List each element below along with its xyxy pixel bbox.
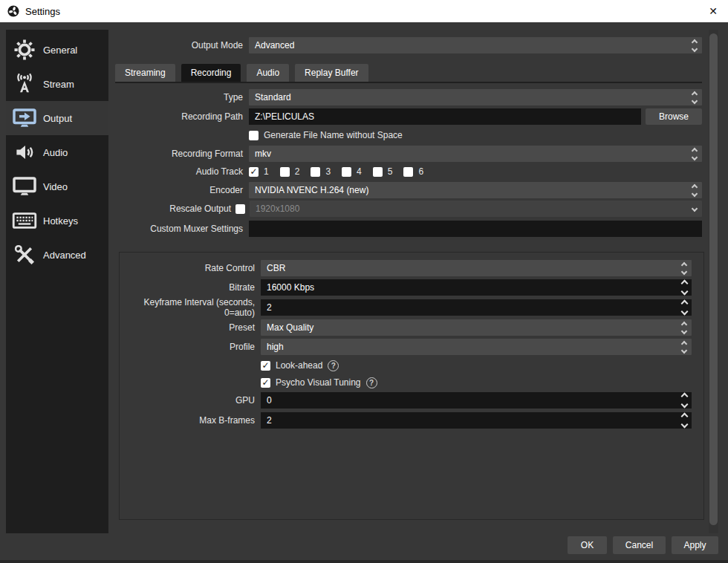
rescale-checkbox[interactable]: [235, 204, 245, 214]
spinner-arrows-icon[interactable]: [682, 392, 687, 409]
look-ahead-checkbox[interactable]: [261, 361, 270, 371]
spinner-arrows-icon[interactable]: [682, 299, 687, 316]
rate-control-label: Rate Control: [123, 263, 261, 273]
tab-streaming[interactable]: Streaming: [115, 64, 175, 82]
audio-track-4-checkbox[interactable]: [342, 167, 351, 177]
audio-track-3: 3: [311, 166, 331, 177]
tab-separator: [115, 82, 702, 83]
rate-control-select[interactable]: CBR: [261, 260, 692, 276]
recording-path-input[interactable]: [249, 108, 641, 125]
speaker-icon: [12, 141, 37, 163]
broadcast-icon: [12, 73, 37, 95]
audio-track-2-checkbox[interactable]: [280, 167, 290, 177]
sidebar-item-label: Output: [43, 113, 72, 124]
titlebar: Settings ✕: [0, 0, 728, 22]
type-row: Type Standard: [115, 89, 702, 105]
tab-recording[interactable]: Recording: [181, 64, 241, 82]
audio-track-1-checkbox[interactable]: [249, 167, 259, 177]
profile-select[interactable]: high: [261, 339, 692, 355]
ok-button[interactable]: OK: [568, 536, 607, 554]
settings-sidebar: General Stream Output: [6, 30, 108, 533]
apply-button[interactable]: Apply: [672, 536, 718, 554]
output-mode-select[interactable]: Advanced: [249, 37, 702, 53]
chevron-updown-icon: [692, 146, 697, 162]
bitrate-spinbox[interactable]: 16000 Kbps: [261, 279, 692, 296]
sidebar-item-hotkeys[interactable]: Hotkeys: [6, 204, 108, 238]
no-space-checkbox[interactable]: [249, 131, 259, 140]
bitrate-row: Bitrate 16000 Kbps: [123, 279, 692, 296]
gpu-row: GPU 0: [123, 392, 692, 409]
recording-format-select[interactable]: mkv: [249, 146, 702, 162]
audio-track-5-checkbox[interactable]: [373, 167, 383, 177]
type-select[interactable]: Standard: [249, 89, 702, 105]
sidebar-item-advanced[interactable]: Advanced: [6, 238, 108, 272]
sidebar-item-label: Advanced: [43, 250, 86, 261]
encoder-label: Encoder: [115, 185, 249, 195]
muxer-row: Custom Muxer Settings: [115, 221, 702, 237]
psycho-visual-checkbox[interactable]: [261, 378, 270, 388]
keyframe-spinbox[interactable]: 2: [261, 299, 692, 316]
audio-track-6-checkbox[interactable]: [403, 167, 413, 177]
max-bframes-spinbox[interactable]: 2: [261, 412, 692, 429]
preset-label: Preset: [123, 322, 261, 333]
close-icon[interactable]: ✕: [709, 5, 718, 17]
gear-icon: [12, 39, 37, 61]
monitor-icon: [12, 176, 37, 197]
dialog-footer: OK Cancel Apply: [568, 536, 718, 554]
recording-path-row: Recording Path Browse: [115, 108, 702, 125]
audio-track-1: 1: [249, 166, 269, 177]
sidebar-item-stream[interactable]: Stream: [6, 67, 108, 101]
tab-audio[interactable]: Audio: [247, 64, 289, 82]
bitrate-value: 16000 Kbps: [267, 282, 314, 293]
audio-track-2: 2: [280, 166, 300, 177]
rate-control-row: Rate Control CBR: [123, 260, 692, 276]
type-value: Standard: [255, 92, 291, 102]
chevron-updown-icon: [692, 37, 697, 53]
sidebar-item-video[interactable]: Video: [6, 169, 108, 204]
sidebar-item-label: General: [43, 45, 77, 56]
audio-track-row: Audio Track 1 2 3 4 5 6: [115, 165, 702, 178]
keyframe-row: Keyframe Interval (seconds, 0=auto) 2: [123, 299, 692, 316]
psycho-visual-label: Psycho Visual Tuning: [276, 377, 361, 388]
cancel-button[interactable]: Cancel: [613, 536, 666, 554]
tab-replay-buffer[interactable]: Replay Buffer: [295, 64, 368, 82]
vertical-scrollbar[interactable]: [709, 30, 718, 533]
audio-track-6: 6: [403, 166, 423, 177]
max-bframes-label: Max B-frames: [123, 415, 261, 426]
preset-row: Preset Max Quality: [123, 319, 692, 336]
rate-control-value: CBR: [267, 263, 285, 273]
recording-format-row: Recording Format mkv: [115, 146, 702, 162]
spinner-arrows-icon[interactable]: [682, 279, 687, 296]
recording-format-label: Recording Format: [115, 149, 249, 159]
spinner-arrows-icon[interactable]: [682, 412, 687, 429]
audio-track-3-checkbox[interactable]: [311, 167, 320, 177]
gpu-spinbox[interactable]: 0: [261, 392, 692, 409]
output-mode-row: Output Mode Advanced: [115, 37, 702, 53]
preset-value: Max Quality: [267, 322, 313, 333]
encoder-select[interactable]: NVIDIA NVENC H.264 (new): [249, 182, 702, 198]
keyboard-icon: [12, 211, 37, 230]
audio-track-5: 5: [373, 166, 393, 177]
preset-select[interactable]: Max Quality: [261, 319, 692, 336]
recording-format-value: mkv: [255, 149, 271, 159]
output-mode-label: Output Mode: [115, 40, 249, 51]
sidebar-item-audio[interactable]: Audio: [6, 135, 108, 169]
no-space-row: Generate File Name without Space: [115, 129, 702, 141]
rescale-select[interactable]: 1920x1080: [250, 201, 702, 217]
sidebar-item-label: Hotkeys: [43, 215, 78, 227]
help-icon[interactable]: ?: [366, 377, 377, 388]
chevron-updown-icon: [682, 339, 686, 355]
browse-button[interactable]: Browse: [646, 108, 702, 125]
psycho-visual-row: Psycho Visual Tuning ?: [123, 377, 692, 388]
obs-logo-icon: [7, 5, 19, 17]
sidebar-item-label: Video: [43, 181, 68, 192]
type-label: Type: [115, 92, 249, 102]
no-space-label: Generate File Name without Space: [264, 130, 403, 140]
help-icon[interactable]: ?: [328, 360, 339, 371]
scrollbar-handle[interactable]: [709, 33, 718, 525]
max-bframes-value: 2: [267, 415, 272, 426]
sidebar-item-output[interactable]: Output: [6, 101, 108, 135]
profile-label: Profile: [123, 342, 261, 352]
sidebar-item-general[interactable]: General: [6, 33, 108, 67]
muxer-input[interactable]: [249, 221, 702, 237]
